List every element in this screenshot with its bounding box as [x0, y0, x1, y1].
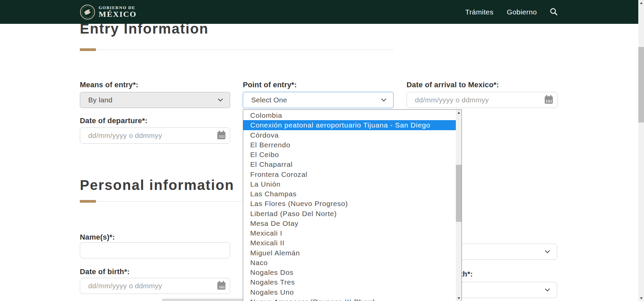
scroll-down-button[interactable] — [456, 295, 462, 301]
dropdown-option[interactable]: Libertad (Paso Del Norte) — [243, 209, 456, 218]
dropdown-option[interactable]: Mexicali II — [243, 238, 456, 248]
scroll-up-button[interactable] — [456, 110, 462, 115]
date-of-birth-input[interactable] — [80, 278, 230, 294]
dropdown-option[interactable]: Mexicali I — [243, 228, 456, 238]
calendar-icon[interactable] — [217, 282, 225, 290]
triangle-down-icon — [458, 297, 460, 299]
date-of-departure-field — [80, 128, 230, 144]
nav-link-gobierno[interactable]: Gobierno — [507, 0, 537, 24]
dropdown-option[interactable]: Conexión peatonal aeroportuario Tijuana … — [243, 120, 456, 130]
names-label: Name(s)*: — [80, 233, 115, 242]
point-of-entry-label: Point of entry*: — [243, 81, 297, 89]
means-of-entry-select[interactable]: By land — [80, 92, 230, 108]
entry-section-divider — [80, 50, 393, 50]
date-of-arrival-field — [407, 92, 557, 108]
means-of-entry-value: By land — [88, 96, 112, 104]
dropdown-option[interactable]: El Chaparral — [243, 159, 456, 169]
chevron-down-icon — [545, 288, 550, 292]
triangle-up-icon — [640, 2, 643, 4]
point-of-entry-dropdown: ColombiaConexión peatonal aeroportuario … — [243, 109, 462, 301]
point-of-entry-listbox: ColombiaConexión peatonal aeroportuario … — [243, 110, 456, 301]
right-column-label-fragment: th*: — [460, 270, 473, 279]
logo-line2: MÉXICO — [99, 10, 137, 18]
date-of-arrival-input[interactable] — [407, 92, 557, 108]
search-icon[interactable] — [549, 7, 558, 16]
page-scrollbar-thumb[interactable] — [638, 47, 644, 122]
dropdown-option[interactable]: El Ceibo — [243, 150, 456, 159]
dropdown-option[interactable]: Mesa De Otay — [243, 218, 456, 228]
page-scroll-down-button[interactable] — [638, 295, 644, 301]
dropdown-option[interactable]: Córdova — [243, 130, 456, 140]
calendar-icon[interactable] — [217, 132, 225, 139]
dropdown-option[interactable]: La Unión — [243, 179, 456, 189]
date-of-arrival-label: Date of arrival to Mexico*: — [407, 81, 499, 89]
point-of-entry-value: Select One — [251, 96, 287, 104]
dropdown-option[interactable]: Miguel Alemán — [243, 248, 456, 258]
dropdown-option[interactable]: Las Champas — [243, 189, 456, 199]
dropdown-option[interactable]: Nogales Dos — [243, 267, 456, 277]
point-of-entry-select[interactable]: Select One — [243, 92, 393, 108]
date-of-departure-label: Date of departure*: — [80, 116, 148, 125]
names-input[interactable] — [80, 242, 230, 258]
logo-line1: GOBIERNO DE — [99, 5, 137, 10]
triangle-down-icon — [640, 297, 643, 299]
chevron-down-icon — [381, 98, 386, 102]
dropdown-option[interactable]: Nuevo Amanecer (Reynosa III-Pharr) — [243, 297, 456, 301]
partially-visible-element — [162, 299, 244, 301]
chevron-down-icon — [545, 250, 550, 253]
dropdown-scrollbar-thumb[interactable] — [456, 165, 462, 222]
page-scroll-up-button[interactable] — [638, 0, 644, 6]
mexico-eagle-seal-icon — [80, 4, 95, 20]
dropdown-option[interactable]: Colombia — [243, 110, 456, 120]
calendar-icon[interactable] — [545, 96, 553, 104]
names-field — [80, 242, 230, 258]
dropdown-option[interactable]: Naco — [243, 258, 456, 267]
date-of-departure-input[interactable] — [80, 128, 230, 144]
triangle-up-icon — [458, 112, 460, 114]
dropdown-option[interactable]: Frontera Corozal — [243, 169, 456, 179]
date-of-birth-field — [80, 278, 230, 294]
chevron-down-icon — [218, 98, 223, 102]
means-of-entry-label: Means of entry*: — [80, 81, 138, 89]
personal-information-title: Personal information — [80, 177, 234, 193]
nav-link-tramites[interactable]: Trámites — [465, 0, 493, 24]
top-header-bar: GOBIERNO DE MÉXICO Trámites Gobierno — [0, 0, 644, 24]
dropdown-option[interactable]: Las Flores (Nuevo Progreso) — [243, 199, 456, 208]
personal-section-gold-accent — [80, 200, 96, 203]
date-of-birth-label: Date of birth*: — [80, 267, 129, 276]
entry-section-gold-accent — [80, 48, 96, 51]
dropdown-option[interactable]: El Berrendo — [243, 140, 456, 150]
page-scrollbar[interactable] — [638, 0, 644, 301]
dropdown-option[interactable]: Nogales Tres — [243, 277, 456, 287]
dropdown-option[interactable]: Nogales Uno — [243, 287, 456, 297]
gobierno-de-mexico-logo[interactable]: GOBIERNO DE MÉXICO — [80, 4, 137, 20]
dropdown-scrollbar[interactable] — [456, 110, 462, 301]
